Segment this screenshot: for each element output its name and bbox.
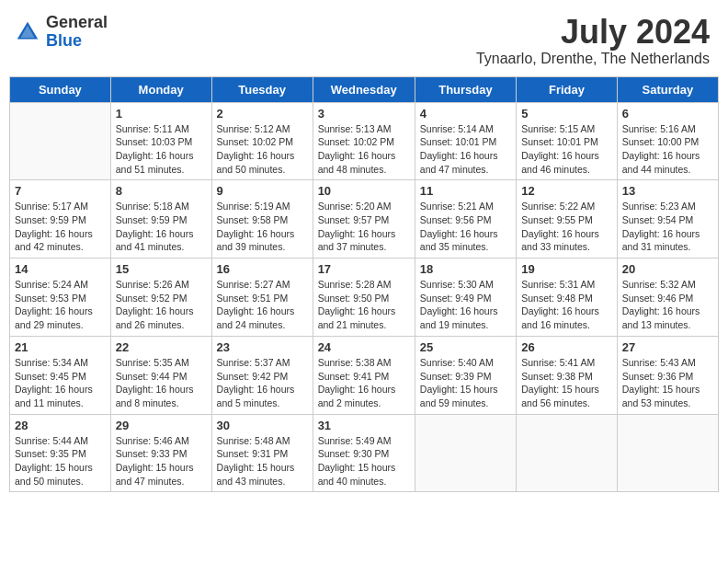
day-info: Sunrise: 5:49 AM Sunset: 9:30 PM Dayligh… [318, 434, 410, 488]
table-row: 7Sunrise: 5:17 AM Sunset: 9:59 PM Daylig… [10, 180, 111, 259]
day-number: 6 [622, 107, 713, 121]
day-info: Sunrise: 5:19 AM Sunset: 9:58 PM Dayligh… [217, 200, 308, 254]
day-number: 15 [116, 262, 207, 276]
day-info: Sunrise: 5:26 AM Sunset: 9:52 PM Dayligh… [116, 278, 207, 332]
day-info: Sunrise: 5:46 AM Sunset: 9:33 PM Dayligh… [116, 434, 207, 488]
col-saturday: Saturday [617, 76, 718, 102]
col-thursday: Thursday [415, 76, 516, 102]
calendar-week-row: 28Sunrise: 5:44 AM Sunset: 9:35 PM Dayli… [10, 414, 719, 492]
table-row: 11Sunrise: 5:21 AM Sunset: 9:56 PM Dayli… [415, 180, 516, 259]
day-number: 21 [15, 340, 106, 354]
day-info: Sunrise: 5:32 AM Sunset: 9:46 PM Dayligh… [622, 278, 713, 332]
table-row [415, 414, 516, 492]
day-info: Sunrise: 5:43 AM Sunset: 9:36 PM Dayligh… [622, 356, 713, 410]
day-info: Sunrise: 5:48 AM Sunset: 9:31 PM Dayligh… [217, 434, 308, 488]
day-info: Sunrise: 5:15 AM Sunset: 10:01 PM Daylig… [521, 122, 612, 177]
table-row: 5Sunrise: 5:15 AM Sunset: 10:01 PM Dayli… [517, 102, 618, 180]
table-row: 29Sunrise: 5:46 AM Sunset: 9:33 PM Dayli… [110, 414, 211, 492]
day-info: Sunrise: 5:12 AM Sunset: 10:02 PM Daylig… [217, 122, 308, 177]
location-subtitle: Tynaarlo, Drenthe, The Netherlands [476, 51, 710, 67]
table-row: 26Sunrise: 5:41 AM Sunset: 9:38 PM Dayli… [517, 336, 618, 414]
table-row: 4Sunrise: 5:14 AM Sunset: 10:01 PM Dayli… [415, 102, 516, 180]
calendar-table: Sunday Monday Tuesday Wednesday Thursday… [9, 76, 719, 493]
day-info: Sunrise: 5:13 AM Sunset: 10:02 PM Daylig… [318, 122, 410, 177]
table-row: 9Sunrise: 5:19 AM Sunset: 9:58 PM Daylig… [211, 180, 313, 259]
calendar-week-row: 14Sunrise: 5:24 AM Sunset: 9:53 PM Dayli… [10, 259, 719, 337]
table-row [617, 414, 718, 492]
day-info: Sunrise: 5:14 AM Sunset: 10:01 PM Daylig… [420, 122, 511, 177]
table-row: 6Sunrise: 5:16 AM Sunset: 10:00 PM Dayli… [617, 102, 718, 180]
day-number: 19 [521, 262, 612, 276]
day-info: Sunrise: 5:18 AM Sunset: 9:59 PM Dayligh… [116, 200, 207, 254]
logo-blue-text: Blue [46, 32, 108, 51]
logo-general-text: General [46, 14, 108, 32]
day-info: Sunrise: 5:24 AM Sunset: 9:53 PM Dayligh… [15, 278, 106, 332]
day-number: 16 [217, 262, 308, 276]
day-info: Sunrise: 5:37 AM Sunset: 9:42 PM Dayligh… [217, 356, 308, 410]
table-row: 22Sunrise: 5:35 AM Sunset: 9:44 PM Dayli… [110, 336, 211, 414]
table-row: 18Sunrise: 5:30 AM Sunset: 9:49 PM Dayli… [415, 259, 516, 337]
day-number: 24 [318, 340, 410, 354]
day-info: Sunrise: 5:23 AM Sunset: 9:54 PM Dayligh… [622, 200, 713, 254]
table-row [517, 414, 618, 492]
calendar-header-row: Sunday Monday Tuesday Wednesday Thursday… [10, 76, 719, 102]
day-info: Sunrise: 5:11 AM Sunset: 10:03 PM Daylig… [116, 122, 207, 177]
table-row: 12Sunrise: 5:22 AM Sunset: 9:55 PM Dayli… [517, 180, 618, 259]
col-monday: Monday [110, 76, 211, 102]
table-row: 27Sunrise: 5:43 AM Sunset: 9:36 PM Dayli… [617, 336, 718, 414]
col-friday: Friday [517, 76, 618, 102]
day-number: 9 [217, 184, 308, 198]
table-row: 25Sunrise: 5:40 AM Sunset: 9:39 PM Dayli… [415, 336, 516, 414]
calendar-week-row: 7Sunrise: 5:17 AM Sunset: 9:59 PM Daylig… [10, 180, 719, 259]
day-info: Sunrise: 5:38 AM Sunset: 9:41 PM Dayligh… [318, 356, 410, 410]
day-number: 1 [116, 107, 207, 121]
table-row: 3Sunrise: 5:13 AM Sunset: 10:02 PM Dayli… [313, 102, 415, 180]
day-number: 7 [15, 184, 106, 198]
col-wednesday: Wednesday [313, 76, 415, 102]
day-number: 26 [521, 340, 612, 354]
day-info: Sunrise: 5:16 AM Sunset: 10:00 PM Daylig… [622, 122, 713, 177]
table-row: 15Sunrise: 5:26 AM Sunset: 9:52 PM Dayli… [110, 259, 211, 337]
day-number: 20 [622, 262, 713, 276]
day-info: Sunrise: 5:35 AM Sunset: 9:44 PM Dayligh… [116, 356, 207, 410]
table-row: 23Sunrise: 5:37 AM Sunset: 9:42 PM Dayli… [211, 336, 313, 414]
col-sunday: Sunday [10, 76, 111, 102]
day-info: Sunrise: 5:20 AM Sunset: 9:57 PM Dayligh… [318, 200, 410, 254]
table-row [10, 102, 111, 180]
day-number: 4 [420, 107, 511, 121]
day-number: 14 [15, 262, 106, 276]
table-row: 30Sunrise: 5:48 AM Sunset: 9:31 PM Dayli… [211, 414, 313, 492]
table-row: 13Sunrise: 5:23 AM Sunset: 9:54 PM Dayli… [617, 180, 718, 259]
table-row: 24Sunrise: 5:38 AM Sunset: 9:41 PM Dayli… [313, 336, 415, 414]
day-info: Sunrise: 5:31 AM Sunset: 9:48 PM Dayligh… [521, 278, 612, 332]
table-row: 20Sunrise: 5:32 AM Sunset: 9:46 PM Dayli… [617, 259, 718, 337]
table-row: 16Sunrise: 5:27 AM Sunset: 9:51 PM Dayli… [211, 259, 313, 337]
day-info: Sunrise: 5:40 AM Sunset: 9:39 PM Dayligh… [420, 356, 511, 410]
logo: General Blue [14, 14, 108, 51]
day-number: 10 [318, 184, 410, 198]
day-number: 13 [622, 184, 713, 198]
day-number: 2 [217, 107, 308, 121]
day-number: 30 [217, 419, 308, 432]
day-number: 18 [420, 262, 511, 276]
day-number: 27 [622, 340, 713, 354]
table-row: 21Sunrise: 5:34 AM Sunset: 9:45 PM Dayli… [10, 336, 111, 414]
day-info: Sunrise: 5:30 AM Sunset: 9:49 PM Dayligh… [420, 278, 511, 332]
table-row: 17Sunrise: 5:28 AM Sunset: 9:50 PM Dayli… [313, 259, 415, 337]
day-info: Sunrise: 5:34 AM Sunset: 9:45 PM Dayligh… [15, 356, 106, 410]
table-row: 14Sunrise: 5:24 AM Sunset: 9:53 PM Dayli… [10, 259, 111, 337]
day-number: 29 [116, 419, 207, 432]
day-number: 23 [217, 340, 308, 354]
day-number: 11 [420, 184, 511, 198]
calendar-week-row: 21Sunrise: 5:34 AM Sunset: 9:45 PM Dayli… [10, 336, 719, 414]
day-number: 25 [420, 340, 511, 354]
day-number: 8 [116, 184, 207, 198]
day-info: Sunrise: 5:22 AM Sunset: 9:55 PM Dayligh… [521, 200, 612, 254]
day-number: 28 [15, 419, 106, 432]
day-number: 3 [318, 107, 410, 121]
table-row: 2Sunrise: 5:12 AM Sunset: 10:02 PM Dayli… [211, 102, 313, 180]
table-row: 1Sunrise: 5:11 AM Sunset: 10:03 PM Dayli… [110, 102, 211, 180]
table-row: 10Sunrise: 5:20 AM Sunset: 9:57 PM Dayli… [313, 180, 415, 259]
table-row: 31Sunrise: 5:49 AM Sunset: 9:30 PM Dayli… [313, 414, 415, 492]
table-row: 8Sunrise: 5:18 AM Sunset: 9:59 PM Daylig… [110, 180, 211, 259]
